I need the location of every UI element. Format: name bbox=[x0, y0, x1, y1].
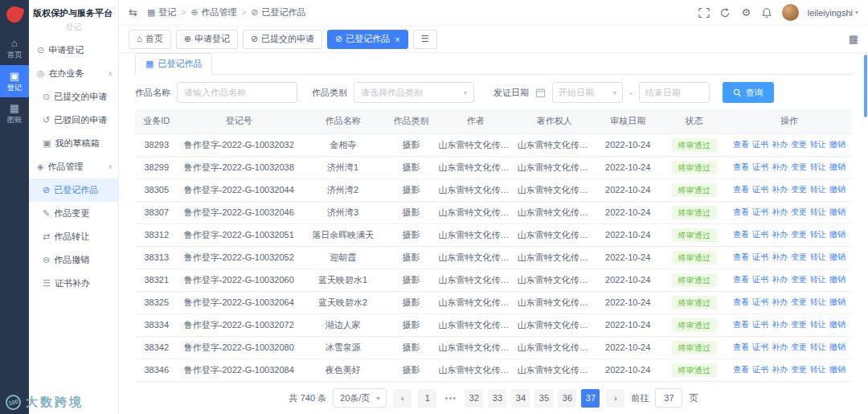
page-button[interactable]: 37 bbox=[581, 389, 600, 408]
op-link-view[interactable]: 查看 bbox=[733, 185, 749, 194]
sidebar-item-works-revoke[interactable]: ⊖作品撤销 bbox=[29, 248, 118, 272]
goto-page-input[interactable] bbox=[655, 388, 682, 408]
op-link-reissue[interactable]: 补办 bbox=[772, 320, 788, 329]
op-link-change[interactable]: 变更 bbox=[791, 342, 807, 351]
sidebar-item-certificate-reissue[interactable]: ☰证书补办 bbox=[29, 272, 118, 295]
op-link-reissue[interactable]: 补办 bbox=[772, 297, 788, 306]
op-link-reissue[interactable]: 补办 bbox=[772, 207, 788, 216]
op-link-reissue[interactable]: 补办 bbox=[772, 365, 788, 374]
sidebar-item-works-management[interactable]: ◈作品管理∧ bbox=[29, 155, 118, 178]
name-filter-input[interactable] bbox=[177, 82, 297, 103]
op-link-view[interactable]: 查看 bbox=[733, 207, 749, 216]
sidebar-item-submitted-applications[interactable]: ⊙已提交的申请 bbox=[29, 85, 118, 109]
op-link-certificate[interactable]: 证书 bbox=[752, 320, 768, 329]
op-link-transfer[interactable]: 转让 bbox=[810, 275, 826, 284]
op-link-certificate[interactable]: 证书 bbox=[752, 275, 768, 284]
op-link-view[interactable]: 查看 bbox=[733, 297, 749, 306]
op-link-transfer[interactable]: 转让 bbox=[810, 230, 826, 239]
op-link-transfer[interactable]: 转让 bbox=[810, 320, 826, 329]
sidebar-collapse-icon[interactable]: ⇆ bbox=[129, 6, 137, 18]
op-link-view[interactable]: 查看 bbox=[733, 162, 749, 171]
op-link-revoke[interactable]: 撤销 bbox=[829, 140, 845, 149]
op-link-reissue[interactable]: 补办 bbox=[772, 140, 788, 149]
op-link-transfer[interactable]: 转让 bbox=[810, 162, 826, 171]
op-link-revoke[interactable]: 撤销 bbox=[829, 207, 845, 216]
op-link-change[interactable]: 变更 bbox=[791, 365, 807, 374]
page-button[interactable]: 1 bbox=[418, 389, 436, 408]
op-link-certificate[interactable]: 证书 bbox=[752, 185, 768, 194]
op-link-view[interactable]: 查看 bbox=[733, 342, 749, 351]
op-link-transfer[interactable]: 转让 bbox=[810, 207, 826, 216]
op-link-transfer[interactable]: 转让 bbox=[810, 297, 826, 306]
tab-registered-works[interactable]: ⊘已登记作品× bbox=[327, 30, 408, 49]
refresh-icon[interactable] bbox=[719, 6, 731, 18]
search-button[interactable]: 查询 bbox=[723, 82, 774, 103]
panel-tab-registered-works[interactable]: ▦ 已登记作品 bbox=[135, 53, 212, 75]
op-link-change[interactable]: 变更 bbox=[791, 162, 807, 171]
op-link-certificate[interactable]: 证书 bbox=[752, 342, 768, 351]
sidebar-item-apply-register[interactable]: ⊙申请登记 bbox=[29, 39, 118, 62]
gear-icon[interactable]: ⚙ bbox=[740, 6, 752, 18]
op-link-revoke[interactable]: 撤销 bbox=[829, 365, 845, 374]
sidebar-item-in-progress[interactable]: ◎在办业务∧ bbox=[29, 62, 118, 85]
breadcrumb-item[interactable]: ▦登记 bbox=[147, 6, 176, 18]
op-link-change[interactable]: 变更 bbox=[791, 320, 807, 329]
sidebar-item-registered-works[interactable]: ⊘已登记作品 bbox=[29, 178, 118, 202]
op-link-change[interactable]: 变更 bbox=[791, 297, 807, 306]
op-link-certificate[interactable]: 证书 bbox=[752, 207, 768, 216]
op-link-revoke[interactable]: 撤销 bbox=[829, 185, 845, 194]
date-start-input[interactable]: 开始日期 ▾ bbox=[552, 82, 623, 103]
tab-home[interactable]: ⌂首页 bbox=[129, 30, 171, 49]
page-button[interactable]: 34 bbox=[511, 389, 530, 408]
page-button[interactable]: 36 bbox=[558, 389, 576, 408]
next-page-button[interactable]: › bbox=[606, 389, 624, 408]
sidebar-item-rejected-applications[interactable]: ↺已驳回的申请 bbox=[29, 109, 118, 132]
rail-item-gallery[interactable]: ▦图账 bbox=[0, 97, 29, 130]
rail-item-register[interactable]: ▣登记 bbox=[0, 65, 29, 98]
sidebar-item-works-transfer[interactable]: ⇄作品转让 bbox=[29, 225, 118, 248]
op-link-transfer[interactable]: 转让 bbox=[810, 185, 826, 194]
op-link-reissue[interactable]: 补办 bbox=[772, 275, 788, 284]
op-link-certificate[interactable]: 证书 bbox=[752, 365, 768, 374]
op-link-view[interactable]: 查看 bbox=[733, 230, 749, 239]
rail-item-home[interactable]: ⌂首页 bbox=[0, 32, 29, 65]
op-link-revoke[interactable]: 撤销 bbox=[829, 230, 845, 239]
op-link-reissue[interactable]: 补办 bbox=[772, 230, 788, 239]
sidebar-item-my-drafts[interactable]: ▣我的草稿箱 bbox=[29, 132, 118, 155]
fullscreen-icon[interactable] bbox=[698, 6, 710, 18]
op-link-view[interactable]: 查看 bbox=[733, 275, 749, 284]
close-icon[interactable]: × bbox=[395, 35, 399, 44]
tab-apply-register[interactable]: ⊕申请登记 bbox=[176, 30, 238, 49]
op-link-revoke[interactable]: 撤销 bbox=[829, 297, 845, 306]
op-link-reissue[interactable]: 补办 bbox=[772, 185, 788, 194]
op-link-view[interactable]: 查看 bbox=[733, 140, 749, 149]
breadcrumb-item[interactable]: ⊘已登记作品 bbox=[251, 6, 305, 18]
prev-page-button[interactable]: ‹ bbox=[393, 389, 411, 408]
op-link-reissue[interactable]: 补办 bbox=[772, 252, 788, 261]
op-link-reissue[interactable]: 补办 bbox=[772, 342, 788, 351]
op-link-change[interactable]: 变更 bbox=[791, 230, 807, 239]
op-link-change[interactable]: 变更 bbox=[791, 140, 807, 149]
page-button[interactable]: 32 bbox=[465, 389, 483, 408]
op-link-revoke[interactable]: 撤销 bbox=[829, 320, 845, 329]
op-link-change[interactable]: 变更 bbox=[791, 275, 807, 284]
op-link-transfer[interactable]: 转让 bbox=[810, 365, 826, 374]
op-link-transfer[interactable]: 转让 bbox=[810, 252, 826, 261]
tab-more[interactable]: ☰ bbox=[413, 30, 437, 49]
op-link-view[interactable]: 查看 bbox=[733, 365, 749, 374]
tab-submitted-applications[interactable]: ⊘已提交的申请 bbox=[243, 30, 322, 49]
op-link-revoke[interactable]: 撤销 bbox=[829, 275, 845, 284]
op-link-transfer[interactable]: 转让 bbox=[810, 342, 826, 351]
op-link-revoke[interactable]: 撤销 bbox=[829, 162, 845, 171]
op-link-change[interactable]: 变更 bbox=[791, 185, 807, 194]
op-link-certificate[interactable]: 证书 bbox=[752, 297, 768, 306]
op-link-revoke[interactable]: 撤销 bbox=[829, 252, 845, 261]
user-menu[interactable]: leileiyingshi ▾ bbox=[808, 8, 858, 18]
op-link-view[interactable]: 查看 bbox=[733, 320, 749, 329]
sidebar-item-works-change[interactable]: ✎作品变更 bbox=[29, 202, 118, 225]
op-link-change[interactable]: 变更 bbox=[791, 207, 807, 216]
op-link-certificate[interactable]: 证书 bbox=[752, 252, 768, 261]
tab-grid-icon[interactable]: ▦ bbox=[849, 33, 858, 45]
page-button[interactable]: 35 bbox=[534, 389, 553, 408]
op-link-reissue[interactable]: 补办 bbox=[772, 162, 788, 171]
